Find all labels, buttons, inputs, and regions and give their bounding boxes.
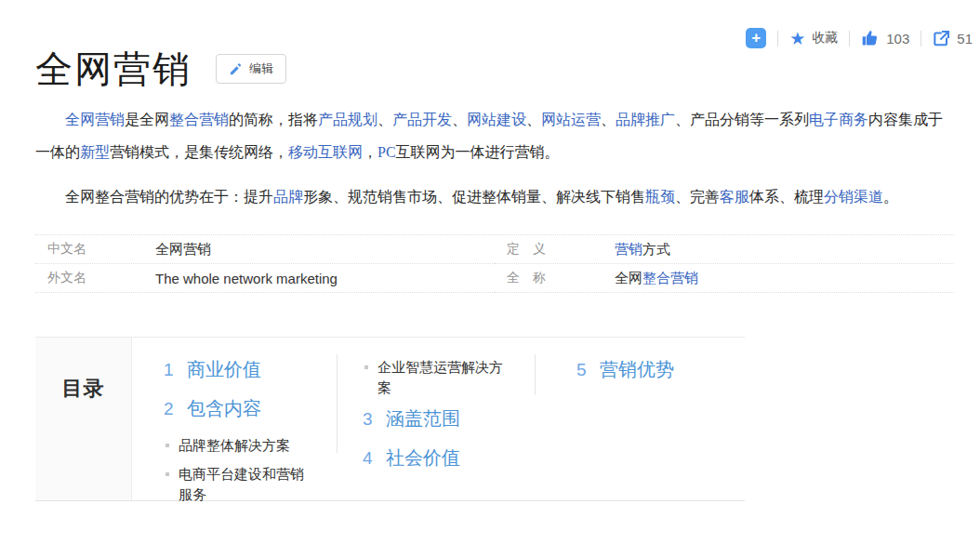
inline-link[interactable]: 整合营销 (169, 112, 229, 127)
infobox-value: 全网整合营销 (615, 270, 698, 287)
toc-item[interactable]: 3涵盖范围 (363, 406, 535, 431)
toc-item[interactable]: 5营销优势 (576, 357, 674, 382)
infobox-cell: 中文名全网营销 (35, 235, 495, 264)
inline-link[interactable]: PC (377, 144, 396, 160)
infobox-cell: 全 称全网整合营销 (495, 264, 954, 293)
intro-paragraphs: 全网营销是全网整合营销的简称，指将产品规划、产品开发、网站建设、网站运营、品牌推… (35, 103, 954, 213)
text-run: 营销模式，是集传统网络， (110, 144, 288, 160)
text-run: The whole network marketing (155, 271, 338, 286)
infobox-cell: 外文名The whole network marketing (35, 264, 495, 293)
add-button[interactable]: + (746, 28, 766, 48)
toc-item-link[interactable]: 社会价值 (386, 445, 460, 471)
toc-subitem[interactable]: 电商平台建设和营销服务 (166, 464, 337, 505)
text-run: 的简称，指将 (229, 112, 318, 127)
text-run: 全网 (615, 270, 642, 285)
toc-subitem[interactable]: 品牌整体解决方案 (166, 435, 337, 456)
inline-link[interactable]: 分销渠道 (824, 189, 883, 205)
edit-button-label: 编辑 (249, 60, 273, 77)
toc-item[interactable]: 2包含内容 (164, 396, 337, 421)
text-run: ， (363, 144, 377, 160)
title-row: 全网营销 编辑 (35, 46, 980, 91)
toc-column-divider (535, 354, 536, 395)
toc-item-link[interactable]: 商业价值 (187, 357, 261, 382)
toc-heading: 目录 (35, 338, 132, 500)
toc-item-link[interactable]: 营销优势 (600, 357, 674, 382)
toc-subitem-label: 电商平台建设和营销服务 (179, 464, 310, 505)
paragraph: 全网营销是全网整合营销的简称，指将产品规划、产品开发、网站建设、网站运营、品牌推… (35, 103, 954, 168)
share-button[interactable]: 51 (933, 30, 973, 47)
text-run: 、 (601, 112, 616, 127)
inline-link[interactable]: 产品开发 (392, 112, 452, 127)
toc-item-number: 5 (576, 360, 588, 380)
text-run: 、完善 (675, 189, 720, 205)
inline-link[interactable]: 电子商务 (809, 112, 868, 127)
toc-item-link[interactable]: 涵盖范围 (386, 406, 460, 431)
inline-link[interactable]: 网站建设 (467, 112, 526, 127)
paragraph: 全网整合营销的优势在于：提升品牌形象、规范销售市场、促进整体销量、解决线下销售瓶… (35, 180, 954, 213)
toc-column: 1商业价值2包含内容品牌整体解决方案电商平台建设和营销服务 (164, 357, 337, 513)
toc-item-number: 1 (164, 360, 175, 380)
toc-item-number: 2 (164, 399, 175, 419)
toc-subitem-label: 品牌整体解决方案 (179, 435, 290, 456)
toolbar-divider (849, 31, 850, 46)
inline-link[interactable]: 全网营销 (65, 112, 125, 127)
infobox-label: 定 义 (495, 241, 615, 258)
text-run: 。 (883, 189, 898, 205)
text-run: 互联网为一体进行营销。 (396, 144, 560, 160)
infobox-label: 外文名 (35, 270, 155, 286)
toc-column: 5营销优势 (535, 357, 674, 396)
inline-link[interactable]: 瓶颈 (645, 189, 675, 205)
infobox-cell: 定 义营销方式 (495, 235, 954, 264)
collect-label: 收藏 (812, 30, 838, 46)
inline-link[interactable]: 营销 (615, 241, 642, 257)
text-run: 全网营销 (155, 241, 211, 257)
toc-column-divider (337, 354, 338, 453)
toc-item-link[interactable]: 包含内容 (187, 396, 261, 421)
pencil-icon (229, 62, 243, 76)
text-run: 、产品分销等一系列 (675, 112, 809, 127)
toolbar-divider (920, 31, 921, 46)
collect-button[interactable]: ★ 收藏 (789, 30, 838, 47)
toc-subitem-label: 企业智慧运营解决方案 (377, 357, 509, 398)
toolbar-divider (777, 31, 778, 46)
bullet-square-icon (166, 444, 169, 447)
bullet-square-icon (364, 365, 368, 369)
inline-link[interactable]: 品牌 (273, 189, 303, 205)
share-count: 51 (957, 31, 973, 46)
inline-link[interactable]: 品牌推广 (616, 112, 675, 127)
toc: 目录 1商业价值2包含内容品牌整体解决方案电商平台建设和营销服务企业智慧运营解决… (35, 337, 745, 501)
text-run: 方式 (642, 241, 670, 257)
inline-link[interactable]: 网站运营 (541, 112, 601, 127)
bullet-square-icon (166, 472, 169, 476)
infobox-value: 全网营销 (155, 241, 211, 259)
like-button[interactable]: 103 (861, 29, 909, 47)
toc-subitem[interactable]: 企业智慧运营解决方案 (364, 357, 535, 398)
inline-link[interactable]: 客服 (720, 189, 749, 205)
article: 全网营销 编辑 全网营销是全网整合营销的简称，指将产品规划、产品开发、网站建设、… (0, 46, 980, 501)
inline-link[interactable]: 新型 (80, 144, 110, 160)
toc-columns: 1商业价值2包含内容品牌整体解决方案电商平台建设和营销服务企业智慧运营解决方案3… (132, 338, 674, 500)
thumbs-up-icon (861, 29, 880, 47)
toc-item[interactable]: 1商业价值 (164, 357, 337, 382)
toc-column: 企业智慧运营解决方案3涵盖范围4社会价值 (337, 357, 535, 484)
text-run: 是全网 (125, 112, 169, 127)
text-run: 、 (526, 112, 541, 127)
toc-item-number: 4 (363, 448, 374, 469)
text-run: 形象、规范销售市场、促进整体销量、解决线下销售 (303, 189, 645, 205)
toolbar: + ★ 收藏 103 51 (746, 28, 973, 48)
like-count: 103 (886, 31, 909, 46)
inline-link[interactable]: 整合营销 (642, 270, 698, 285)
toc-item[interactable]: 4社会价值 (363, 445, 535, 471)
inline-link[interactable]: 产品规划 (318, 112, 377, 127)
text-run: 体系、梳理 (749, 189, 824, 205)
infobox: 中文名全网营销定 义营销方式外文名The whole network marke… (35, 234, 954, 293)
infobox-label: 全 称 (495, 270, 615, 286)
star-icon: ★ (789, 30, 805, 47)
edit-button[interactable]: 编辑 (216, 54, 286, 84)
inline-link[interactable]: 移动互联网 (288, 144, 363, 160)
infobox-value: The whole network marketing (155, 271, 338, 286)
infobox-label: 中文名 (35, 241, 155, 258)
toc-item-number: 3 (363, 409, 374, 430)
infobox-value: 营销方式 (615, 241, 670, 259)
text-run: 全网整合营销的优势在于：提升 (65, 189, 273, 205)
